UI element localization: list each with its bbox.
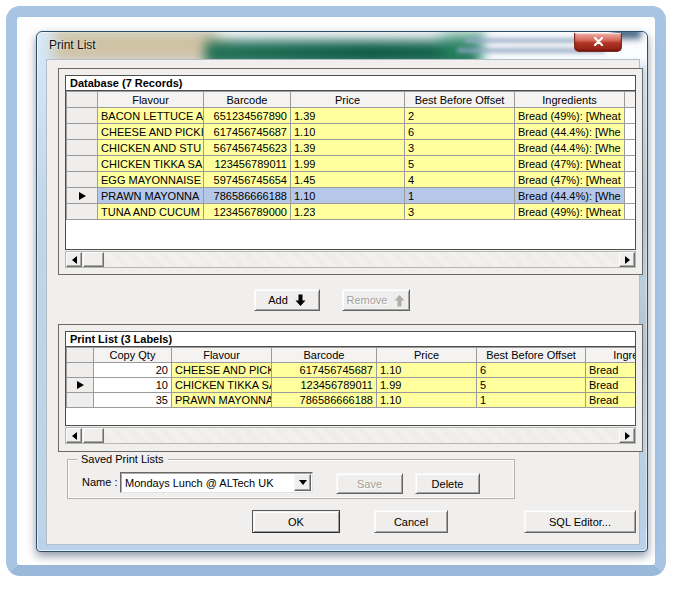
cell-best-before-offset[interactable]: 5 [405,156,515,172]
cell-flavour[interactable]: PRAWN MAYONNA [98,188,204,204]
cell-barcode[interactable]: 123456789011 [204,156,291,172]
delete-button[interactable]: Delete [415,473,480,494]
cell-price[interactable]: 1.99 [291,156,405,172]
column-header[interactable]: Ingredients [515,92,625,108]
column-header[interactable]: Barcode [272,348,377,363]
table-row[interactable]: CHICKEN AND STU5674567456231.393Bread (4… [67,140,636,156]
column-header[interactable]: Ingredients [586,348,637,363]
table-row[interactable]: PRAWN MAYONNA7865866661881.101Bread (44.… [67,188,636,204]
cell-ingredients[interactable]: Bread (49%): [Wheat [515,204,625,220]
cell-ingredients[interactable]: Bread [586,363,637,378]
row-selector[interactable] [67,204,98,220]
cell-best-before-offset[interactable]: 2 [405,108,515,124]
row-selector-header[interactable] [67,92,98,108]
column-header[interactable]: Barcode [204,92,291,108]
row-selector[interactable] [67,156,98,172]
table-row[interactable]: TUNA AND CUCUM1234567890001.233Bread (49… [67,204,636,220]
print-list-h-scrollbar[interactable] [65,427,636,444]
row-selector[interactable] [67,393,94,408]
row-selector[interactable] [67,140,98,156]
table-row[interactable]: 35PRAWN MAYONNA7865866661881.101Bread [67,393,637,408]
cell-empty[interactable] [625,108,636,124]
cell-flavour[interactable]: TUNA AND CUCUM [98,204,204,220]
scrollbar-thumb[interactable] [83,252,104,267]
row-selector[interactable] [67,124,98,140]
cell-barcode[interactable]: 786586666188 [204,188,291,204]
cell-best-before-offset[interactable]: 5 [477,378,586,393]
row-selector[interactable] [67,108,98,124]
cell-barcode[interactable]: 567456745623 [204,140,291,156]
scrollbar-track[interactable] [82,252,619,267]
cell-ingredients[interactable]: Bread [586,393,637,408]
row-selector[interactable] [67,378,94,393]
cell-empty[interactable] [625,140,636,156]
save-button[interactable]: Save [336,473,403,494]
saved-list-combobox[interactable]: Mondays Lunch @ ALTech UK [120,472,313,493]
cell-flavour[interactable]: PRAWN MAYONNA [172,393,272,408]
cell-ingredients[interactable]: Bread (44.4%): [Whe [515,124,625,140]
cell-flavour[interactable]: CHICKEN AND STU [98,140,204,156]
cell-barcode[interactable]: 617456745687 [204,124,291,140]
row-selector[interactable] [67,363,94,378]
cell-price[interactable]: 1.10 [377,363,477,378]
cell-copy-qty[interactable]: 20 [94,363,172,378]
cell-copy-qty[interactable]: 10 [94,378,172,393]
table-row[interactable]: EGG MAYONNAISE5974567456541.454Bread (47… [67,172,636,188]
scroll-left-button[interactable] [66,428,82,443]
ok-button[interactable]: OK [252,510,340,533]
cell-ingredients[interactable]: Bread [586,378,637,393]
cell-flavour[interactable]: CHEESE AND PICKI [172,363,272,378]
title-bar[interactable]: Print List [37,32,647,59]
cell-best-before-offset[interactable]: 1 [405,188,515,204]
cell-empty[interactable] [625,188,636,204]
scrollbar-track[interactable] [82,428,619,443]
column-header[interactable]: Price [291,92,405,108]
cell-barcode[interactable]: 617456745687 [272,363,377,378]
cell-empty[interactable] [625,172,636,188]
scroll-left-button[interactable] [66,252,82,267]
cell-empty[interactable] [625,156,636,172]
cell-copy-qty[interactable]: 35 [94,393,172,408]
scroll-right-button[interactable] [619,252,635,267]
cell-flavour[interactable]: BACON LETTUCE A [98,108,204,124]
cell-flavour[interactable]: CHEESE AND PICKI [98,124,204,140]
table-row[interactable]: CHICKEN TIKKA SA1234567890111.995Bread (… [67,156,636,172]
close-button[interactable] [574,33,622,52]
column-header[interactable]: Flavour [172,348,272,363]
cell-ingredients[interactable]: Bread (49%): [Wheat [515,108,625,124]
cell-flavour[interactable]: CHICKEN TIKKA SA [98,156,204,172]
column-header[interactable] [625,92,636,108]
cell-best-before-offset[interactable]: 3 [405,140,515,156]
cell-ingredients[interactable]: Bread (44.4%): [Whe [515,140,625,156]
cell-barcode[interactable]: 123456789011 [272,378,377,393]
cell-best-before-offset[interactable]: 3 [405,204,515,220]
cell-price[interactable]: 1.45 [291,172,405,188]
column-header[interactable]: Price [377,348,477,363]
row-selector[interactable] [67,188,98,204]
table-row[interactable]: 10CHICKEN TIKKA SA1234567890111.995Bread [67,378,637,393]
sql-editor-button[interactable]: SQL Editor... [524,510,636,533]
row-selector[interactable] [67,172,98,188]
cell-price[interactable]: 1.10 [377,393,477,408]
cell-best-before-offset[interactable]: 6 [477,363,586,378]
cell-price[interactable]: 1.99 [377,378,477,393]
row-selector-header[interactable] [67,348,94,363]
column-header[interactable]: Flavour [98,92,204,108]
scroll-right-button[interactable] [619,428,635,443]
add-button[interactable]: Add [254,289,320,311]
cell-ingredients[interactable]: Bread (47%): [Wheat [515,172,625,188]
remove-button[interactable]: Remove [342,289,410,311]
cell-barcode[interactable]: 123456789000 [204,204,291,220]
table-row[interactable]: CHEESE AND PICKI6174567456871.106Bread (… [67,124,636,140]
cell-flavour[interactable]: EGG MAYONNAISE [98,172,204,188]
cell-best-before-offset[interactable]: 4 [405,172,515,188]
table-row[interactable]: 20CHEESE AND PICKI6174567456871.106Bread [67,363,637,378]
cell-empty[interactable] [625,124,636,140]
cell-price[interactable]: 1.23 [291,204,405,220]
column-header[interactable]: Copy Qty [94,348,172,363]
column-header[interactable]: Best Before Offset [477,348,586,363]
cell-ingredients[interactable]: Bread (44.4%): [Whe [515,188,625,204]
cell-price[interactable]: 1.39 [291,108,405,124]
combobox-dropdown-button[interactable] [294,474,311,491]
cell-barcode[interactable]: 651234567890 [204,108,291,124]
